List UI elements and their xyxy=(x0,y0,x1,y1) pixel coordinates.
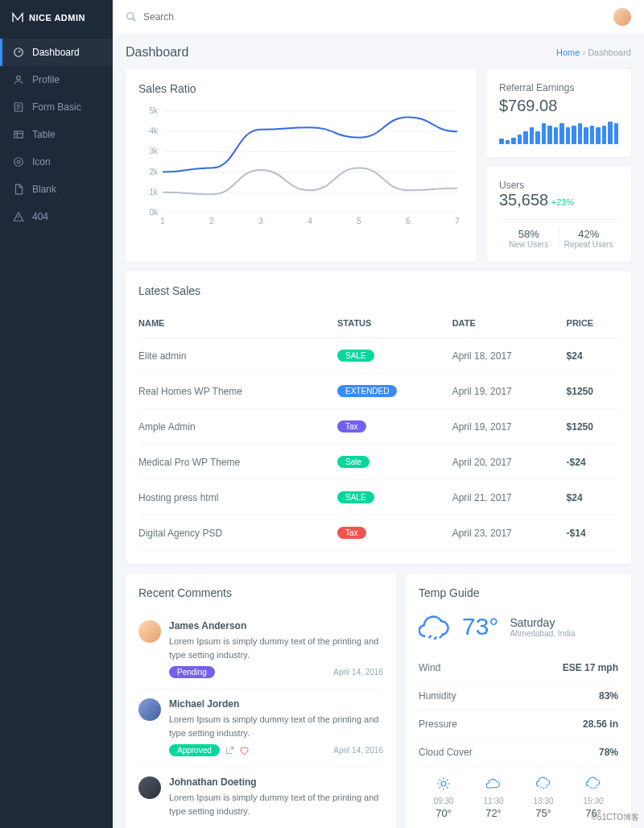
cell-name: Elite admin xyxy=(138,338,337,374)
svg-point-26 xyxy=(441,781,446,786)
spark-bar xyxy=(518,135,522,144)
watermark: ©51CTO博客 xyxy=(592,812,639,823)
new-users-label: New Users xyxy=(499,240,559,249)
comment-badge: Pending xyxy=(169,666,215,678)
svg-text:3k: 3k xyxy=(149,147,159,155)
weather-row: Cloud Cover78% xyxy=(419,739,618,767)
nav-item-icon[interactable]: Icon xyxy=(0,148,113,176)
weather-label: Pressure xyxy=(419,718,457,730)
cell-price: $1250 xyxy=(567,374,618,409)
cell-date: April 19, 2017 xyxy=(452,374,567,409)
nav-item-table[interactable]: Table xyxy=(0,121,113,148)
forecast-item: 11:30 72° xyxy=(469,776,518,819)
nav-item-blank[interactable]: Blank xyxy=(0,176,113,203)
svg-text:3: 3 xyxy=(258,217,263,226)
svg-text:2: 2 xyxy=(209,217,214,226)
status-badge: SALE xyxy=(337,491,374,503)
nav-label: Form Basic xyxy=(32,101,81,113)
latest-sales-card: Latest Sales NAMESTATUSDATEPRICE Elite a… xyxy=(126,271,631,564)
nav-item-dashboard[interactable]: Dashboard xyxy=(0,39,113,66)
brand-logo[interactable]: NICE ADMIN xyxy=(0,0,113,35)
spark-bar xyxy=(596,127,601,144)
comment-avatar[interactable] xyxy=(138,776,161,799)
status-badge: Sale xyxy=(337,456,369,468)
comment-badge: Approved xyxy=(169,744,220,756)
spark-bar xyxy=(542,123,547,144)
nav-label: Dashboard xyxy=(32,47,80,58)
table-header: NAME xyxy=(138,308,337,338)
search-icon[interactable] xyxy=(126,11,137,23)
cell-name: Ample Admin xyxy=(138,409,337,445)
cell-price: -$24 xyxy=(567,445,618,480)
nav-label: Icon xyxy=(32,156,51,168)
table-row[interactable]: Digital Agency PSD Tax April 23, 2017 -$… xyxy=(138,515,618,551)
forecast-time: 09:30 xyxy=(419,797,469,805)
forecast-time: 13:30 xyxy=(518,797,568,805)
svg-point-1 xyxy=(17,76,21,80)
user-avatar[interactable] xyxy=(613,8,631,26)
comment-avatar[interactable] xyxy=(138,698,161,721)
table-row[interactable]: Medical Pro WP Theme Sale April 20, 2017… xyxy=(138,445,618,480)
external-link-icon[interactable] xyxy=(225,746,234,756)
table-row[interactable]: Real Homes WP Theme EXTENDED April 19, 2… xyxy=(138,374,618,409)
referral-label: Referral Earnings xyxy=(499,82,618,93)
svg-point-6 xyxy=(127,13,134,19)
search-input[interactable] xyxy=(143,11,607,23)
heart-icon[interactable] xyxy=(239,746,249,756)
breadcrumb-home[interactable]: Home xyxy=(556,48,580,57)
file-icon xyxy=(13,184,24,195)
table-header: STATUS xyxy=(337,308,452,338)
cloud-icon xyxy=(486,776,501,791)
nav-label: Table xyxy=(32,129,56,140)
cell-date: April 18, 2017 xyxy=(452,338,567,374)
current-day: Saturday xyxy=(510,616,575,629)
weather-rain-icon xyxy=(419,611,451,643)
spark-bar xyxy=(559,123,564,144)
cell-price: $24 xyxy=(567,480,618,515)
cell-name: Medical Pro WP Theme xyxy=(138,445,337,480)
svg-text:4: 4 xyxy=(308,217,312,226)
svg-text:7: 7 xyxy=(455,217,460,226)
sales-ratio-chart: 0k1k2k3k4k5k1234567 xyxy=(138,106,464,227)
status-badge: Tax xyxy=(337,420,366,433)
svg-text:1k: 1k xyxy=(149,188,159,197)
weather-value: 83% xyxy=(599,690,618,702)
warning-icon xyxy=(13,211,24,222)
nav-item-404[interactable]: 404 xyxy=(0,203,113,230)
forecast-item: 09:30 70° xyxy=(419,776,469,819)
form-icon xyxy=(13,101,24,113)
cell-date: April 20, 2017 xyxy=(452,445,567,480)
breadcrumb-current: Dashboard xyxy=(588,48,631,57)
nav-item-form-basic[interactable]: Form Basic xyxy=(0,93,113,121)
referral-value: $769.08 xyxy=(499,97,618,115)
user-icon xyxy=(13,74,24,85)
sales-table: NAMESTATUSDATEPRICE Elite admin SALE Apr… xyxy=(138,308,618,551)
comment-author: Johnathan Doeting xyxy=(169,776,383,788)
spark-bar xyxy=(572,126,576,144)
nav-item-profile[interactable]: Profile xyxy=(0,66,113,93)
svg-rect-3 xyxy=(14,131,23,138)
weather-value: 28.56 in xyxy=(583,718,618,730)
comment-avatar[interactable] xyxy=(138,620,161,643)
topbar xyxy=(113,0,644,34)
current-temp: 73° xyxy=(462,613,498,640)
cell-date: April 19, 2017 xyxy=(452,409,567,445)
comment-text: Lorem Ipsum is simply dummy text of the … xyxy=(169,635,383,661)
spark-bar xyxy=(608,122,613,144)
table-row[interactable]: Hosting press html SALE April 21, 2017 $… xyxy=(138,480,618,515)
comment-date: April 14, 2016 xyxy=(333,668,383,677)
cell-price: $24 xyxy=(567,338,618,374)
forecast-temp: 72° xyxy=(469,807,518,819)
comment-item: Michael Jorden Lorem Ipsum is simply dum… xyxy=(138,689,383,767)
recent-comments-title: Recent Comments xyxy=(138,586,383,599)
spark-bar xyxy=(566,127,571,144)
weather-value: 78% xyxy=(599,747,618,758)
spark-bar xyxy=(590,126,595,144)
cloud-rain-icon xyxy=(536,776,551,791)
svg-text:1: 1 xyxy=(160,217,165,226)
weather-value: ESE 17 mph xyxy=(563,662,618,673)
nav-label: Profile xyxy=(32,74,60,85)
table-row[interactable]: Ample Admin Tax April 19, 2017 $1250 xyxy=(138,409,618,445)
table-row[interactable]: Elite admin SALE April 18, 2017 $24 xyxy=(138,338,618,374)
weather-row: WindESE 17 mph xyxy=(419,654,618,682)
